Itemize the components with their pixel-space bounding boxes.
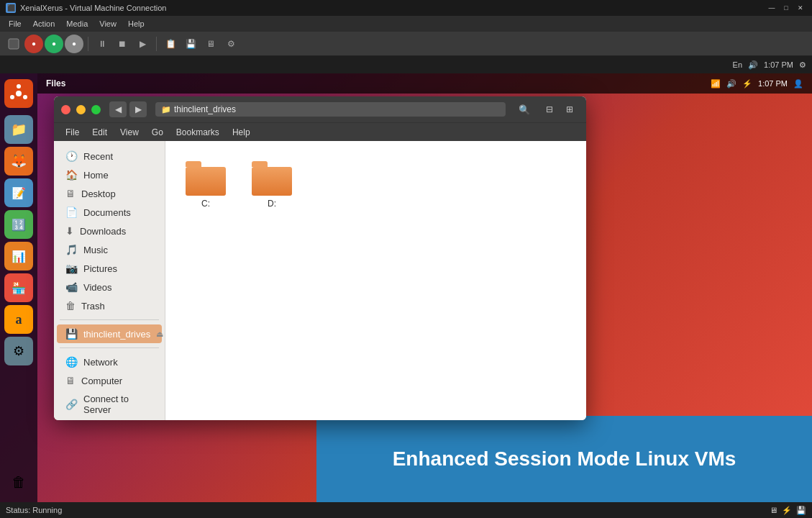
folder-d-body	[252, 167, 292, 196]
fm-close-button[interactable]	[61, 105, 70, 114]
sidebar-item-network-label: Network	[83, 357, 118, 368]
sidebar-item-recent[interactable]: 🕐 Recent	[57, 147, 162, 165]
minimize-button[interactable]: —	[766, 3, 777, 13]
fm-menu-help[interactable]: Help	[227, 126, 256, 139]
dock-trash[interactable]: 🗑	[4, 468, 33, 496]
toolbar-btn-stop[interactable]: ⏹	[113, 35, 132, 53]
network-icon: 🌐	[65, 356, 78, 368]
folder-d-icon	[252, 161, 292, 196]
fm-menu-view[interactable]: View	[114, 126, 145, 139]
sidebar-item-home[interactable]: 🏠 Home	[57, 165, 162, 184]
host-title: XenialXerus - Virtual Machine Connection	[20, 4, 166, 12]
eject-icon[interactable]: ⏏	[156, 330, 163, 339]
fm-minimize-button[interactable]	[76, 105, 86, 114]
sidebar-item-downloads[interactable]: ⬇ Downloads	[57, 222, 162, 240]
sidebar-item-trash[interactable]: 🗑 Trash	[57, 296, 162, 315]
sidebar-item-desktop-label: Desktop	[81, 188, 116, 199]
thinclient-drives-icon: 💾	[65, 328, 78, 340]
fm-menu-bookmarks[interactable]: Bookmarks	[170, 126, 225, 139]
svg-point-2	[16, 91, 22, 96]
sidebar-item-pictures[interactable]: 📷 Pictures	[57, 259, 162, 278]
sidebar-item-connect-server[interactable]: 🔗 Connect to Server	[57, 390, 162, 419]
host-window-controls: — □ ✕	[766, 3, 806, 13]
sidebar-item-thinclient-drives[interactable]: 💾 thinclient_drives ⏏	[57, 324, 162, 343]
toolbar-separator-1	[88, 37, 88, 51]
svg-point-5	[10, 95, 14, 99]
blue-banner-text: Enhanced Session Mode Linux VMs	[393, 447, 736, 471]
fm-nav-buttons: ◀ ▶	[109, 101, 147, 117]
dock-amazon[interactable]: a	[4, 305, 33, 334]
fm-forward-button[interactable]: ▶	[129, 101, 147, 117]
sidebar-item-computer[interactable]: 🖥 Computer	[57, 371, 162, 390]
toolbar-btn-2[interactable]: ●	[24, 35, 43, 53]
fm-menu-go[interactable]: Go	[146, 126, 169, 139]
folder-d[interactable]: D:	[246, 155, 298, 214]
sidebar-item-documents-label: Documents	[83, 207, 131, 218]
fm-maximize-button[interactable]	[91, 105, 101, 114]
toolbar-btn-6[interactable]: 💾	[181, 35, 200, 53]
sidebar-item-desktop[interactable]: 🖥 Desktop	[57, 184, 162, 203]
dock-impress[interactable]: 📊	[4, 242, 33, 271]
menu-media[interactable]: Media	[60, 18, 93, 29]
toolbar-separator-2	[156, 37, 157, 51]
host-app-icon: ⬛	[6, 3, 16, 13]
file-manager-window: ◀ ▶ 📁 thinclient_drives 🔍 ⊟ ⊞ File Edit …	[54, 96, 586, 420]
dock-software-center[interactable]: 🏪	[4, 273, 33, 302]
toolbar-btn-4[interactable]: ●	[65, 35, 83, 53]
fm-menu-edit[interactable]: Edit	[86, 126, 113, 139]
svg-point-4	[23, 95, 27, 99]
dock-settings[interactable]: ⚙	[4, 337, 33, 365]
host-bottom-statusbar: Status: Running 🖥 ⚡ 💾	[0, 502, 812, 518]
menu-help[interactable]: Help	[122, 18, 150, 29]
fm-path-folder-icon: 📁	[161, 105, 171, 114]
ubuntu-topbar-title: Files	[46, 78, 65, 88]
sidebar-item-videos[interactable]: 📹 Videos	[57, 278, 162, 296]
toolbar-btn-3[interactable]: ●	[45, 35, 63, 53]
dock-ubuntu-logo[interactable]	[4, 79, 33, 108]
vm-statusbar: En 🔊 1:07 PM ⚙	[0, 56, 812, 73]
maximize-button[interactable]: □	[780, 3, 792, 13]
menu-file[interactable]: File	[3, 18, 27, 29]
dock-writer[interactable]: 📝	[4, 178, 33, 207]
toolbar-btn-pause[interactable]: ⏸	[93, 35, 111, 53]
ubuntu-topbar-right: 📶 🔊 ⚡ 1:07 PM 👤	[711, 79, 803, 88]
fm-list-view-button[interactable]: ⊟	[540, 101, 559, 118]
folder-d-label: D:	[268, 199, 276, 209]
sidebar-item-computer-label: Computer	[81, 376, 122, 386]
dock-firefox[interactable]: 🦊	[4, 147, 33, 176]
toolbar-btn-8[interactable]: ⚙	[222, 35, 240, 53]
toolbar-btn-1[interactable]	[4, 35, 23, 53]
downloads-icon: ⬇	[65, 225, 74, 237]
close-button[interactable]: ✕	[795, 3, 806, 13]
dock-files[interactable]: 📁	[4, 115, 33, 144]
toolbar-btn-7[interactable]: 🖥	[201, 35, 220, 53]
videos-icon: 📹	[65, 281, 78, 293]
ubuntu-dock: 📁 🦊 📝 🔢 📊 🏪 a ⚙ 🗑	[0, 73, 37, 502]
ubuntu-topbar: Files 📶 🔊 ⚡ 1:07 PM 👤	[37, 73, 812, 94]
folder-c[interactable]: C:	[180, 155, 232, 214]
sidebar-item-thinclient-label: thinclient_drives	[83, 329, 150, 340]
toolbar-btn-5[interactable]: 📋	[161, 35, 180, 53]
fm-search-button[interactable]: 🔍	[514, 101, 534, 118]
fm-path-text: thinclient_drives	[174, 104, 236, 114]
fm-menu-file[interactable]: File	[60, 126, 85, 139]
sidebar-item-network[interactable]: 🌐 Network	[57, 353, 162, 371]
fm-grid-view-button[interactable]: ⊞	[560, 101, 579, 118]
fm-view-buttons: ⊟ ⊞	[540, 101, 579, 118]
fm-menubar: File Edit View Go Bookmarks Help	[54, 122, 586, 141]
music-icon: 🎵	[65, 244, 78, 255]
sidebar-item-music[interactable]: 🎵 Music	[57, 240, 162, 259]
vm-settings-icon[interactable]: ⚙	[799, 60, 806, 70]
svg-rect-0	[9, 39, 19, 49]
sidebar-item-documents[interactable]: 📄 Documents	[57, 203, 162, 222]
toolbar-btn-play[interactable]: ▶	[133, 35, 152, 53]
host-toolbar: ● ● ● ⏸ ⏹ ▶ 📋 💾 🖥 ⚙	[0, 32, 812, 56]
ubuntu-topbar-clock: 1:07 PM	[758, 79, 788, 88]
sidebar-item-music-label: Music	[83, 245, 108, 255]
menu-action[interactable]: Action	[27, 18, 61, 29]
fm-back-button[interactable]: ◀	[109, 101, 127, 117]
fm-path-bar[interactable]: 📁 thinclient_drives	[155, 102, 506, 117]
dock-calc[interactable]: 🔢	[4, 210, 33, 239]
menu-view[interactable]: View	[93, 18, 122, 29]
vm-speaker-icon: 🔊	[748, 60, 758, 70]
